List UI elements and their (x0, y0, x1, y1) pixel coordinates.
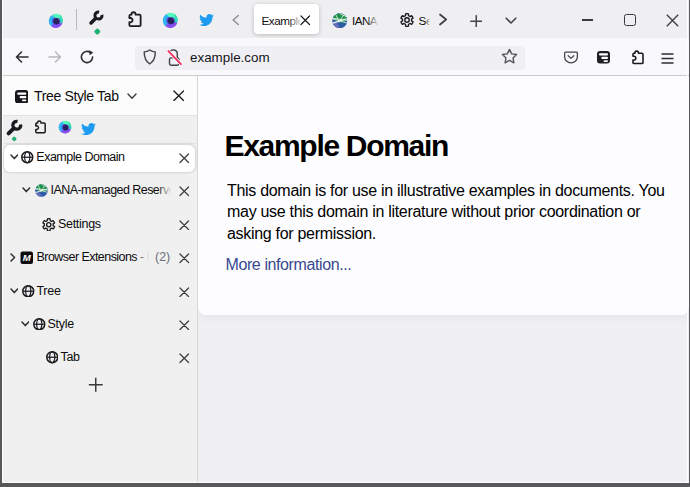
svg-text:M: M (23, 252, 32, 263)
